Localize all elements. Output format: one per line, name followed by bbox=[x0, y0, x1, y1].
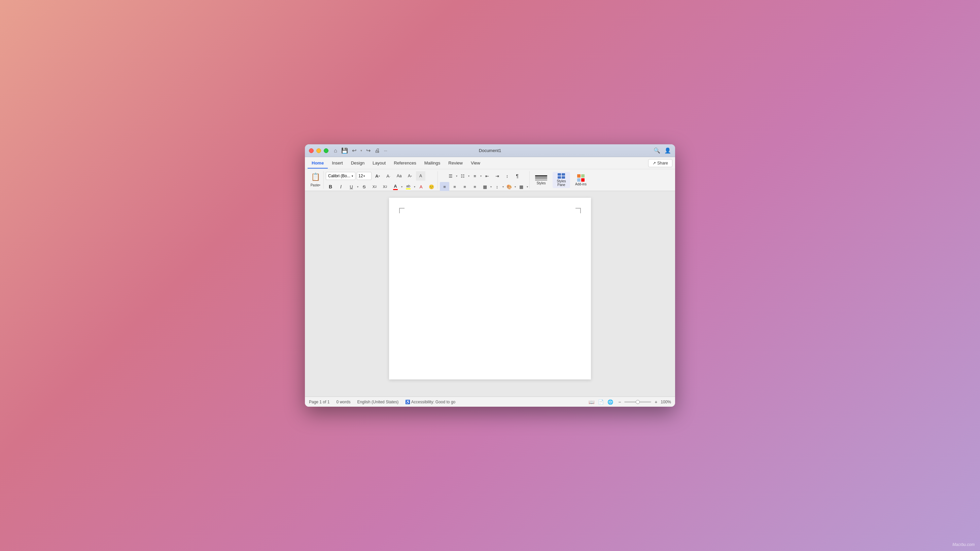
text-effects-button[interactable]: A bbox=[416, 171, 425, 181]
align-justify-button[interactable]: ≡ bbox=[470, 182, 480, 191]
word-window: ⌂ 💾 ↩ ▾ ↪ 🖨 ··· Document1 🔍 👤 Home Inser… bbox=[305, 144, 675, 407]
styles-label: Styles bbox=[536, 181, 546, 185]
save-icon[interactable]: 💾 bbox=[341, 147, 348, 154]
font-size-selector[interactable]: 12 ▾ bbox=[357, 172, 372, 180]
zoom-out-button[interactable]: − bbox=[616, 399, 623, 405]
zoom-controls: − + 100% bbox=[616, 399, 671, 405]
menu-bar-right: ↗ Share bbox=[648, 159, 672, 167]
more-icon[interactable]: ··· bbox=[384, 148, 387, 153]
minimize-button[interactable] bbox=[317, 148, 321, 153]
document-page[interactable] bbox=[389, 198, 591, 380]
subscript-button[interactable]: X2 bbox=[370, 182, 379, 191]
read-mode-icon[interactable]: 📖 bbox=[588, 399, 595, 405]
decrease-font-button[interactable]: A- bbox=[383, 171, 393, 181]
document-area[interactable] bbox=[305, 191, 675, 397]
change-case-button[interactable]: Aa bbox=[395, 171, 404, 181]
indent-decrease-button[interactable]: ⇤ bbox=[482, 171, 492, 181]
show-paragraph-button[interactable]: ¶ bbox=[512, 171, 522, 181]
undo-icon[interactable]: ↩ bbox=[352, 147, 356, 154]
addins-label: Add-ins bbox=[575, 182, 587, 186]
share-button[interactable]: ↗ Share bbox=[648, 159, 672, 167]
undo-arrow-icon[interactable]: ▾ bbox=[360, 149, 362, 152]
home-icon[interactable]: ⌂ bbox=[334, 148, 337, 154]
bold-button[interactable]: B bbox=[326, 182, 335, 191]
share-icon: ↗ bbox=[652, 161, 656, 165]
menu-review[interactable]: Review bbox=[444, 159, 467, 167]
bullets-dropdown[interactable]: ▾ bbox=[456, 175, 457, 178]
bullets-button[interactable]: ☰ bbox=[446, 171, 455, 181]
zoom-in-button[interactable]: + bbox=[652, 399, 659, 405]
menu-layout[interactable]: Layout bbox=[369, 159, 390, 167]
zoom-slider-thumb bbox=[636, 400, 640, 404]
multilevel-button[interactable]: ≡ bbox=[470, 171, 480, 181]
line-spacing-dropdown[interactable]: ▾ bbox=[503, 185, 504, 188]
highlight-button[interactable]: ab bbox=[404, 182, 413, 191]
language-indicator[interactable]: English (United States) bbox=[357, 400, 398, 404]
underline-button[interactable]: U bbox=[347, 182, 356, 191]
indent-increase-button[interactable]: ⇥ bbox=[492, 171, 502, 181]
align-left-button[interactable]: ≡ bbox=[440, 182, 449, 191]
numbering-button[interactable]: ☷ bbox=[458, 171, 468, 181]
italic-button[interactable]: I bbox=[336, 182, 345, 191]
font-color-button[interactable]: A bbox=[391, 182, 400, 191]
font-color-dropdown[interactable]: ▾ bbox=[401, 185, 402, 188]
clear-formatting-button[interactable]: A× bbox=[405, 171, 415, 181]
paragraph-section: ☰ ▾ ☷ ▾ ≡ ▾ ⇤ ⇥ ↕ ¶ ≡ ≡ ≡ ≡ ▦ ▾ bbox=[439, 171, 530, 189]
borders-button[interactable]: ▦ bbox=[517, 182, 526, 191]
highlight-dropdown[interactable]: ▾ bbox=[414, 185, 415, 188]
menu-design[interactable]: Design bbox=[347, 159, 369, 167]
print-layout-icon[interactable]: 📄 bbox=[597, 399, 604, 405]
menu-references[interactable]: References bbox=[390, 159, 420, 167]
zoom-slider[interactable] bbox=[624, 401, 651, 403]
paste-label: Paste bbox=[310, 183, 320, 187]
font-size-value: 12 bbox=[358, 173, 363, 178]
title-bar-right: 🔍 👤 bbox=[654, 147, 671, 154]
borders-dropdown[interactable]: ▾ bbox=[527, 185, 528, 188]
watermark: Macrbu.com bbox=[952, 542, 975, 547]
menu-view[interactable]: View bbox=[467, 159, 484, 167]
font-family-selector[interactable]: Calibri (Bo... ▾ bbox=[326, 172, 355, 180]
styles-pane-button[interactable]: Styles Pane bbox=[553, 172, 570, 188]
page-info: Page 1 of 1 bbox=[309, 400, 329, 404]
align-right-button[interactable]: ≡ bbox=[460, 182, 469, 191]
menu-home[interactable]: Home bbox=[308, 159, 328, 167]
align-center-button[interactable]: ≡ bbox=[450, 182, 460, 191]
shading-button[interactable]: 🎨 bbox=[504, 182, 514, 191]
numbering-dropdown[interactable]: ▾ bbox=[468, 175, 469, 178]
status-bar: Page 1 of 1 0 words English (United Stat… bbox=[305, 397, 675, 407]
status-bar-right: 📖 📄 🌐 − + 100% bbox=[588, 399, 671, 405]
print-icon[interactable]: 🖨 bbox=[375, 148, 380, 154]
page-corner-tl bbox=[399, 208, 404, 213]
emoji-button[interactable]: 🙂 bbox=[427, 182, 436, 191]
close-button[interactable] bbox=[309, 148, 313, 153]
font-section: Calibri (Bo... ▾ 12 ▾ A+ A- Aa A× A B I bbox=[325, 171, 438, 189]
accessibility-status[interactable]: ♿ Accessibility: Good to go bbox=[405, 400, 455, 404]
toolbar: 📋 Paste ▾ 🖌 ✂ Calibri (Bo... ▾ bbox=[305, 169, 675, 191]
paste-button[interactable]: 📋 bbox=[309, 171, 322, 183]
multilevel-dropdown[interactable]: ▾ bbox=[480, 175, 482, 178]
menu-insert[interactable]: Insert bbox=[328, 159, 347, 167]
font-color-indicator bbox=[393, 189, 398, 190]
redo-icon[interactable]: ↪ bbox=[366, 147, 371, 154]
text-color-2-button[interactable]: A bbox=[416, 182, 426, 191]
underline-dropdown[interactable]: ▾ bbox=[357, 185, 358, 188]
accessibility-icon: ♿ bbox=[405, 400, 410, 404]
distributed-dropdown[interactable]: ▾ bbox=[490, 185, 492, 188]
menu-mailings[interactable]: Mailings bbox=[420, 159, 445, 167]
addins-button[interactable]: Add-ins bbox=[572, 172, 590, 188]
web-layout-icon[interactable]: 🌐 bbox=[607, 399, 614, 405]
strikethrough-button[interactable]: S bbox=[360, 182, 369, 191]
word-count: 0 words bbox=[336, 400, 350, 404]
increase-font-button[interactable]: A+ bbox=[373, 171, 382, 181]
shading-dropdown[interactable]: ▾ bbox=[515, 185, 516, 188]
line-spacing-button[interactable]: ↕ bbox=[492, 182, 502, 191]
distributed-button[interactable]: ▦ bbox=[480, 182, 490, 191]
profile-icon[interactable]: 👤 bbox=[664, 147, 671, 154]
sort-button[interactable]: ↕ bbox=[503, 171, 512, 181]
paste-dropdown-icon[interactable]: ▾ bbox=[319, 184, 320, 187]
ribbon: Home Insert Design Layout References Mai… bbox=[305, 157, 675, 191]
superscript-button[interactable]: X2 bbox=[380, 182, 390, 191]
styles-button[interactable]: Styles bbox=[532, 172, 550, 188]
search-icon[interactable]: 🔍 bbox=[654, 147, 660, 154]
maximize-button[interactable] bbox=[324, 148, 328, 153]
